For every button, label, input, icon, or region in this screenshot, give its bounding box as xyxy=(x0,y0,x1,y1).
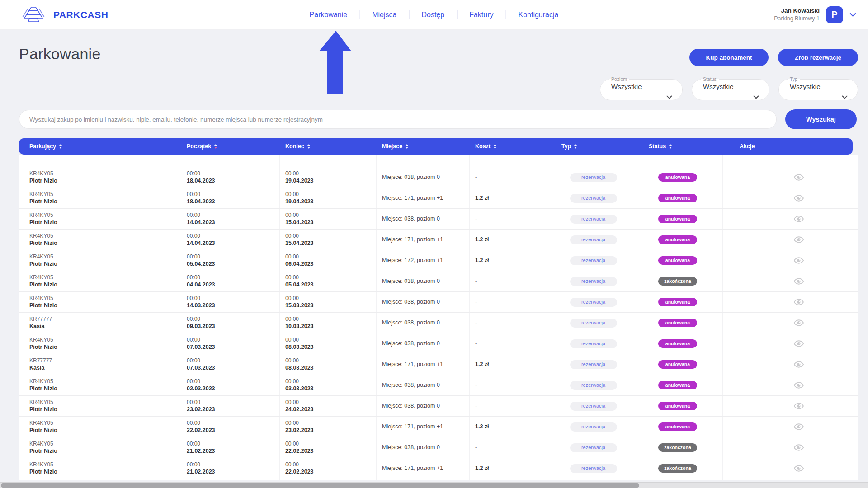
horizontal-scrollbar[interactable] xyxy=(0,482,868,488)
vehicle-plate: KR4KY05 xyxy=(29,441,181,448)
cell-typ: rezerwacja xyxy=(554,250,633,271)
view-details-button[interactable] xyxy=(794,340,804,347)
avatar[interactable]: P xyxy=(826,6,843,23)
end-time: 00:00 xyxy=(285,378,376,385)
start-time: 00:00 xyxy=(187,337,279,344)
filter-poziom-select[interactable]: Poziom Wszystkie xyxy=(600,77,683,100)
view-details-button[interactable] xyxy=(794,236,804,243)
table-row: KR4KY05 Piotr Nizio 00:00 04.04.2023 00:… xyxy=(19,271,858,292)
start-time: 00:00 xyxy=(187,441,279,448)
table-row: KR4KY05 Piotr Nizio 00:00 05.04.2023 00:… xyxy=(19,250,858,271)
eye-icon xyxy=(794,216,804,222)
end-date: 08.03.2023 xyxy=(285,343,376,351)
pointer-arrow xyxy=(319,31,353,95)
cost-value: - xyxy=(475,215,554,222)
place-label: Miejsce: 171, poziom +1 xyxy=(382,465,469,472)
cell-parkujacy: KR4KY05 Piotr Nizio xyxy=(19,417,181,437)
view-details-button[interactable] xyxy=(794,216,804,222)
cell-akcje xyxy=(722,417,858,437)
start-time: 00:00 xyxy=(187,378,279,385)
nav-item-konfiguracja[interactable]: Konfiguracja xyxy=(506,11,571,19)
cell-parkujacy: KR77777 Kasia xyxy=(19,354,181,375)
status-badge: zakończona xyxy=(658,464,697,473)
cell-koniec: 00:00 10.03.2023 xyxy=(279,313,376,333)
view-details-button[interactable] xyxy=(794,257,804,264)
end-time: 00:00 xyxy=(285,337,376,344)
table-rows-container: KR4KY05 Piotr Nizio 00:00 18.04.2023 00:… xyxy=(19,167,858,479)
view-details-button[interactable] xyxy=(794,319,804,326)
view-details-button[interactable] xyxy=(794,465,804,472)
view-details-button[interactable] xyxy=(794,299,804,305)
view-details-button[interactable] xyxy=(794,361,804,368)
filter-typ-label: Typ xyxy=(788,77,800,82)
buy-subscription-button[interactable]: Kup abonament xyxy=(689,49,769,66)
cell-koniec: 00:00 19.04.2023 xyxy=(279,167,376,188)
cost-value: - xyxy=(475,402,554,409)
cell-status: zakończona xyxy=(633,437,722,458)
parker-name: Piotr Nizio xyxy=(29,406,181,413)
start-date: 02.03.2023 xyxy=(187,385,279,392)
cell-miejsce: Miejsce: 038, poziom 0 xyxy=(376,209,469,229)
cell-status: zakończona xyxy=(633,458,722,479)
place-label: Miejsce: 038, poziom 0 xyxy=(382,402,469,409)
cost-value: 1.2 zł xyxy=(475,257,554,264)
user-menu-button[interactable] xyxy=(849,13,856,17)
view-details-button[interactable] xyxy=(794,195,804,202)
cell-status: anulowana xyxy=(633,333,722,354)
view-details-button[interactable] xyxy=(794,423,804,430)
eye-icon xyxy=(794,195,804,202)
cell-akcje xyxy=(722,375,858,395)
column-header-poczatek[interactable]: Początek xyxy=(181,138,279,155)
column-header-miejsce[interactable]: Miejsce xyxy=(376,138,469,155)
nav-item-dostep[interactable]: Dostęp xyxy=(409,11,457,19)
cell-poczatek: 00:00 09.03.2023 xyxy=(181,313,279,333)
start-date: 07.03.2023 xyxy=(187,343,279,351)
brand-logo[interactable]: PARKCASH xyxy=(19,5,108,25)
cell-status: anulowana xyxy=(633,354,722,375)
filter-status-select[interactable]: Status Wszystkie xyxy=(692,77,769,100)
type-badge: rezerwacja xyxy=(570,215,617,224)
cell-poczatek: 00:00 14.04.2023 xyxy=(181,209,279,229)
column-header-status[interactable]: Status xyxy=(633,138,722,155)
status-badge: anulowana xyxy=(658,319,697,327)
cell-koniec: 00:00 03.03.2023 xyxy=(279,375,376,395)
page-actions: Kup abonament Zrób rezerwację xyxy=(689,49,858,66)
filter-typ-select[interactable]: Typ Wszystkie xyxy=(778,77,858,100)
view-details-button[interactable] xyxy=(794,174,804,181)
column-header-koniec[interactable]: Koniec xyxy=(279,138,376,155)
view-details-button[interactable] xyxy=(794,382,804,389)
nav-item-miejsca[interactable]: Miejsca xyxy=(360,11,409,19)
status-badge: anulowana xyxy=(658,298,697,306)
table-row: KR4KY05 Piotr Nizio 00:00 18.04.2023 00:… xyxy=(19,188,858,209)
vehicle-plate: KR4KY05 xyxy=(29,461,181,469)
view-details-button[interactable] xyxy=(794,444,804,451)
horizontal-scrollbar-thumb[interactable] xyxy=(1,483,639,488)
search-input[interactable] xyxy=(19,110,777,129)
cell-miejsce: Miejsce: 038, poziom 0 xyxy=(376,396,469,416)
type-badge: rezerwacja xyxy=(570,277,617,286)
cost-value: 1.2 zł xyxy=(475,361,554,368)
cell-koszt: - xyxy=(469,313,554,333)
eye-icon xyxy=(794,174,804,181)
cell-koszt: 1.2 zł xyxy=(469,188,554,208)
nav-item-faktury[interactable]: Faktury xyxy=(457,11,505,19)
make-reservation-button[interactable]: Zrób rezerwację xyxy=(778,49,858,66)
column-header-typ[interactable]: Typ xyxy=(554,138,633,155)
cell-koszt: 1.2 zł xyxy=(469,417,554,437)
sort-icon xyxy=(574,144,577,149)
table-row: KR4KY05 Piotr Nizio 00:00 14.03.2023 00:… xyxy=(19,292,858,313)
type-badge: rezerwacja xyxy=(570,360,617,369)
column-header-parkujacy[interactable]: Parkujący xyxy=(19,138,181,155)
status-badge: anulowana xyxy=(658,339,697,348)
search-button[interactable]: Wyszukaj xyxy=(785,109,857,129)
start-date: 04.04.2023 xyxy=(187,281,279,288)
nav-item-parkowanie[interactable]: Parkowanie xyxy=(297,11,360,19)
table-row: KR4KY05 Piotr Nizio 00:00 18.04.2023 00:… xyxy=(19,167,858,188)
view-details-button[interactable] xyxy=(794,278,804,285)
start-date: 22.02.2023 xyxy=(187,427,279,434)
table-row: KR4KY05 Piotr Nizio 00:00 14.04.2023 00:… xyxy=(19,230,858,250)
view-details-button[interactable] xyxy=(794,403,804,409)
main-nav: Parkowanie Miejsca Dostęp Faktury Konfig… xyxy=(297,10,571,19)
column-header-koszt[interactable]: Koszt xyxy=(469,138,554,155)
table-top-spacer xyxy=(19,155,858,167)
